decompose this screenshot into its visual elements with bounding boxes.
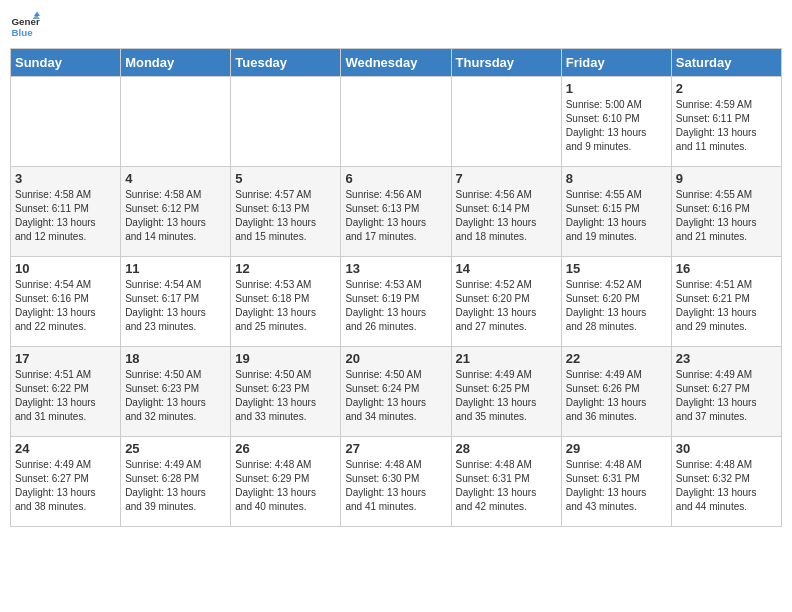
calendar-cell: 15Sunrise: 4:52 AM Sunset: 6:20 PM Dayli… xyxy=(561,257,671,347)
day-info: Sunrise: 4:48 AM Sunset: 6:32 PM Dayligh… xyxy=(676,458,777,514)
day-number: 6 xyxy=(345,171,446,186)
calendar-cell: 24Sunrise: 4:49 AM Sunset: 6:27 PM Dayli… xyxy=(11,437,121,527)
day-number: 8 xyxy=(566,171,667,186)
calendar-cell: 14Sunrise: 4:52 AM Sunset: 6:20 PM Dayli… xyxy=(451,257,561,347)
logo-icon: General Blue xyxy=(10,10,40,40)
day-info: Sunrise: 4:49 AM Sunset: 6:27 PM Dayligh… xyxy=(15,458,116,514)
weekday-header-saturday: Saturday xyxy=(671,49,781,77)
day-number: 2 xyxy=(676,81,777,96)
day-info: Sunrise: 4:57 AM Sunset: 6:13 PM Dayligh… xyxy=(235,188,336,244)
calendar-cell: 9Sunrise: 4:55 AM Sunset: 6:16 PM Daylig… xyxy=(671,167,781,257)
day-info: Sunrise: 4:49 AM Sunset: 6:28 PM Dayligh… xyxy=(125,458,226,514)
calendar-cell: 13Sunrise: 4:53 AM Sunset: 6:19 PM Dayli… xyxy=(341,257,451,347)
calendar-cell: 2Sunrise: 4:59 AM Sunset: 6:11 PM Daylig… xyxy=(671,77,781,167)
day-info: Sunrise: 4:54 AM Sunset: 6:16 PM Dayligh… xyxy=(15,278,116,334)
day-number: 7 xyxy=(456,171,557,186)
calendar-cell xyxy=(121,77,231,167)
day-number: 24 xyxy=(15,441,116,456)
day-number: 13 xyxy=(345,261,446,276)
day-info: Sunrise: 4:53 AM Sunset: 6:19 PM Dayligh… xyxy=(345,278,446,334)
day-info: Sunrise: 4:55 AM Sunset: 6:16 PM Dayligh… xyxy=(676,188,777,244)
day-info: Sunrise: 4:50 AM Sunset: 6:23 PM Dayligh… xyxy=(235,368,336,424)
page-header: General Blue xyxy=(10,10,782,40)
day-number: 28 xyxy=(456,441,557,456)
weekday-header-monday: Monday xyxy=(121,49,231,77)
day-info: Sunrise: 4:54 AM Sunset: 6:17 PM Dayligh… xyxy=(125,278,226,334)
day-info: Sunrise: 4:48 AM Sunset: 6:31 PM Dayligh… xyxy=(566,458,667,514)
day-number: 22 xyxy=(566,351,667,366)
day-info: Sunrise: 4:58 AM Sunset: 6:12 PM Dayligh… xyxy=(125,188,226,244)
day-info: Sunrise: 4:59 AM Sunset: 6:11 PM Dayligh… xyxy=(676,98,777,154)
calendar-cell: 27Sunrise: 4:48 AM Sunset: 6:30 PM Dayli… xyxy=(341,437,451,527)
day-number: 9 xyxy=(676,171,777,186)
calendar-cell: 18Sunrise: 4:50 AM Sunset: 6:23 PM Dayli… xyxy=(121,347,231,437)
calendar-cell: 17Sunrise: 4:51 AM Sunset: 6:22 PM Dayli… xyxy=(11,347,121,437)
day-info: Sunrise: 5:00 AM Sunset: 6:10 PM Dayligh… xyxy=(566,98,667,154)
day-info: Sunrise: 4:49 AM Sunset: 6:26 PM Dayligh… xyxy=(566,368,667,424)
day-number: 30 xyxy=(676,441,777,456)
weekday-header-sunday: Sunday xyxy=(11,49,121,77)
calendar-cell: 30Sunrise: 4:48 AM Sunset: 6:32 PM Dayli… xyxy=(671,437,781,527)
day-number: 20 xyxy=(345,351,446,366)
day-info: Sunrise: 4:48 AM Sunset: 6:29 PM Dayligh… xyxy=(235,458,336,514)
calendar-week-row: 24Sunrise: 4:49 AM Sunset: 6:27 PM Dayli… xyxy=(11,437,782,527)
weekday-header-friday: Friday xyxy=(561,49,671,77)
day-info: Sunrise: 4:56 AM Sunset: 6:14 PM Dayligh… xyxy=(456,188,557,244)
day-number: 21 xyxy=(456,351,557,366)
calendar-cell: 12Sunrise: 4:53 AM Sunset: 6:18 PM Dayli… xyxy=(231,257,341,347)
day-info: Sunrise: 4:52 AM Sunset: 6:20 PM Dayligh… xyxy=(566,278,667,334)
day-number: 14 xyxy=(456,261,557,276)
calendar-cell: 11Sunrise: 4:54 AM Sunset: 6:17 PM Dayli… xyxy=(121,257,231,347)
calendar-cell: 4Sunrise: 4:58 AM Sunset: 6:12 PM Daylig… xyxy=(121,167,231,257)
calendar-cell xyxy=(231,77,341,167)
day-number: 1 xyxy=(566,81,667,96)
svg-marker-2 xyxy=(34,12,40,17)
calendar-cell: 25Sunrise: 4:49 AM Sunset: 6:28 PM Dayli… xyxy=(121,437,231,527)
weekday-header-tuesday: Tuesday xyxy=(231,49,341,77)
day-info: Sunrise: 4:55 AM Sunset: 6:15 PM Dayligh… xyxy=(566,188,667,244)
calendar-cell: 23Sunrise: 4:49 AM Sunset: 6:27 PM Dayli… xyxy=(671,347,781,437)
day-number: 29 xyxy=(566,441,667,456)
calendar-cell xyxy=(341,77,451,167)
day-info: Sunrise: 4:51 AM Sunset: 6:22 PM Dayligh… xyxy=(15,368,116,424)
day-number: 26 xyxy=(235,441,336,456)
day-number: 19 xyxy=(235,351,336,366)
day-number: 25 xyxy=(125,441,226,456)
calendar-week-row: 10Sunrise: 4:54 AM Sunset: 6:16 PM Dayli… xyxy=(11,257,782,347)
logo: General Blue xyxy=(10,10,44,40)
calendar-cell: 21Sunrise: 4:49 AM Sunset: 6:25 PM Dayli… xyxy=(451,347,561,437)
calendar-cell xyxy=(11,77,121,167)
day-number: 17 xyxy=(15,351,116,366)
calendar-cell: 28Sunrise: 4:48 AM Sunset: 6:31 PM Dayli… xyxy=(451,437,561,527)
day-number: 3 xyxy=(15,171,116,186)
day-info: Sunrise: 4:52 AM Sunset: 6:20 PM Dayligh… xyxy=(456,278,557,334)
calendar-cell: 29Sunrise: 4:48 AM Sunset: 6:31 PM Dayli… xyxy=(561,437,671,527)
day-number: 27 xyxy=(345,441,446,456)
day-info: Sunrise: 4:50 AM Sunset: 6:24 PM Dayligh… xyxy=(345,368,446,424)
calendar-cell: 5Sunrise: 4:57 AM Sunset: 6:13 PM Daylig… xyxy=(231,167,341,257)
day-number: 23 xyxy=(676,351,777,366)
calendar-table: SundayMondayTuesdayWednesdayThursdayFrid… xyxy=(10,48,782,527)
day-number: 16 xyxy=(676,261,777,276)
calendar-cell: 26Sunrise: 4:48 AM Sunset: 6:29 PM Dayli… xyxy=(231,437,341,527)
day-info: Sunrise: 4:48 AM Sunset: 6:31 PM Dayligh… xyxy=(456,458,557,514)
calendar-cell: 7Sunrise: 4:56 AM Sunset: 6:14 PM Daylig… xyxy=(451,167,561,257)
calendar-cell: 22Sunrise: 4:49 AM Sunset: 6:26 PM Dayli… xyxy=(561,347,671,437)
day-info: Sunrise: 4:58 AM Sunset: 6:11 PM Dayligh… xyxy=(15,188,116,244)
calendar-cell: 8Sunrise: 4:55 AM Sunset: 6:15 PM Daylig… xyxy=(561,167,671,257)
calendar-cell: 10Sunrise: 4:54 AM Sunset: 6:16 PM Dayli… xyxy=(11,257,121,347)
day-number: 12 xyxy=(235,261,336,276)
calendar-cell: 1Sunrise: 5:00 AM Sunset: 6:10 PM Daylig… xyxy=(561,77,671,167)
calendar-week-row: 17Sunrise: 4:51 AM Sunset: 6:22 PM Dayli… xyxy=(11,347,782,437)
day-number: 15 xyxy=(566,261,667,276)
day-info: Sunrise: 4:48 AM Sunset: 6:30 PM Dayligh… xyxy=(345,458,446,514)
calendar-cell: 16Sunrise: 4:51 AM Sunset: 6:21 PM Dayli… xyxy=(671,257,781,347)
day-number: 10 xyxy=(15,261,116,276)
svg-text:Blue: Blue xyxy=(12,27,34,38)
calendar-cell: 20Sunrise: 4:50 AM Sunset: 6:24 PM Dayli… xyxy=(341,347,451,437)
day-info: Sunrise: 4:50 AM Sunset: 6:23 PM Dayligh… xyxy=(125,368,226,424)
day-info: Sunrise: 4:51 AM Sunset: 6:21 PM Dayligh… xyxy=(676,278,777,334)
calendar-cell xyxy=(451,77,561,167)
calendar-header-row: SundayMondayTuesdayWednesdayThursdayFrid… xyxy=(11,49,782,77)
weekday-header-thursday: Thursday xyxy=(451,49,561,77)
